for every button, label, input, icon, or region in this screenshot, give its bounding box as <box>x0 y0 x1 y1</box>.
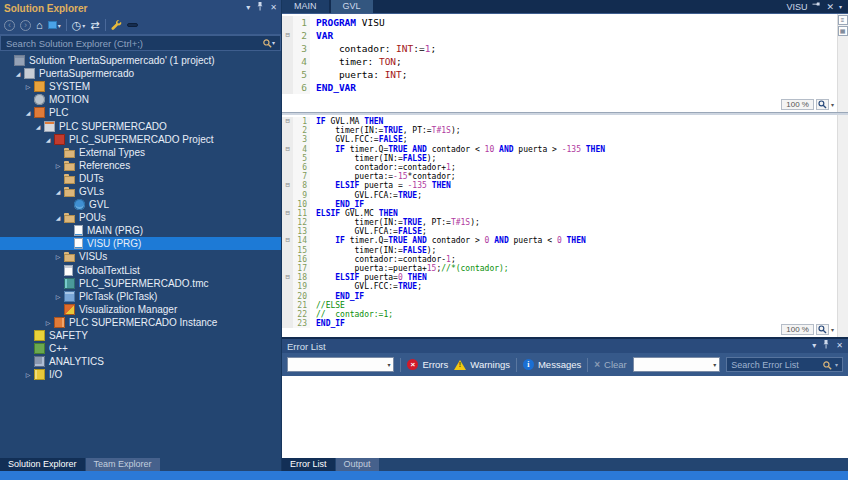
magnifier-icon[interactable] <box>816 324 829 335</box>
tree-item[interactable]: ◢PLC_SUPERMERCADO Project <box>0 133 281 146</box>
code-line[interactable]: 5 timer(IN:=FALSE); <box>282 154 848 163</box>
code-line[interactable]: 13 GVL.FCA:=FALSE; <box>282 227 848 236</box>
errors-filter-button[interactable]: × Errors <box>407 359 448 370</box>
code-line[interactable]: ⊟18 ELSIF puerta=0 THEN <box>282 273 848 282</box>
tree-item[interactable]: ▷PLC SUPERMERCADO Instance <box>0 316 281 329</box>
tree-item[interactable]: External Types <box>0 146 281 159</box>
code-line[interactable]: 3 contador: INT:=1; <box>282 42 848 55</box>
expander-collapsed-icon[interactable]: ▷ <box>23 83 33 90</box>
tree-item[interactable]: ▷I/O <box>0 368 281 381</box>
warnings-filter-button[interactable]: Warnings <box>454 359 510 370</box>
nav-back-icon[interactable]: ‹ <box>4 20 15 31</box>
expander-expanded-icon[interactable]: ◢ <box>53 214 63 221</box>
code-line[interactable]: 4 timer: TON; <box>282 55 848 68</box>
active-doc-label[interactable]: VISU <box>786 2 807 12</box>
nav-forward-icon[interactable]: › <box>20 20 31 31</box>
tree-item[interactable]: ◢GVLs <box>0 185 281 198</box>
close-icon[interactable]: ✕ <box>826 2 834 12</box>
code-line[interactable]: 9 GVL.FCA:=TRUE; <box>282 191 848 200</box>
code-line[interactable]: ⊟2VAR <box>282 29 848 42</box>
tab-solution-explorer[interactable]: Solution Explorer <box>0 458 85 471</box>
tree-item[interactable]: GVL <box>0 198 281 211</box>
code-line[interactable]: 16 contador:=contador-1; <box>282 255 848 264</box>
tree-item[interactable]: ▷PlcTask (PlcTask) <box>0 290 281 303</box>
fold-marker-icon[interactable]: ⊟ <box>282 209 293 218</box>
home-icon[interactable]: ⌂ <box>36 20 43 31</box>
solution-explorer-search[interactable]: Search Solution Explorer (Ctrl+;) ▾ <box>0 35 281 51</box>
expander-collapsed-icon[interactable]: ▷ <box>23 371 33 378</box>
search-icon[interactable] <box>263 34 272 52</box>
tree-item[interactable]: ▷SYSTEM <box>0 80 281 93</box>
tree-item[interactable]: C++ <box>0 342 281 355</box>
fold-marker-icon[interactable]: ⊟ <box>282 145 293 154</box>
search-options-caret-icon[interactable]: ▾ <box>272 38 275 48</box>
fold-marker-icon[interactable]: ⊟ <box>282 181 293 190</box>
error-list-search[interactable]: Search Error List ▾ <box>726 357 843 372</box>
tree-item[interactable]: Visualization Manager <box>0 303 281 316</box>
magnifier-icon[interactable] <box>816 99 829 110</box>
fold-marker-icon[interactable]: ⊟ <box>282 117 293 126</box>
switch-views-icon[interactable]: ▾ <box>48 21 61 29</box>
code-line[interactable]: ⊟11ELSIF GVL.MC THEN <box>282 209 848 218</box>
tree-item[interactable]: VISU (PRG) <box>0 237 281 250</box>
search-input[interactable]: Search Solution Explorer (Ctrl+;) <box>6 38 263 49</box>
expander-expanded-icon[interactable]: ◢ <box>23 109 33 116</box>
fold-marker-icon[interactable]: ⊟ <box>282 273 293 282</box>
search-icon[interactable] <box>823 356 832 374</box>
code-line[interactable]: ⊟1IF GVL.MA THEN <box>282 117 848 126</box>
zoom-level[interactable]: 100 % <box>781 99 814 110</box>
expander-collapsed-icon[interactable]: ▷ <box>53 162 63 169</box>
tab-visu-document[interactable]: VISU ✕ ▾ <box>780 0 848 13</box>
zoom-caret-icon[interactable]: ▾ <box>831 101 834 108</box>
code-line[interactable]: 2 timer(IN:=TRUE, PT:=T#1S); <box>282 126 848 135</box>
code-line[interactable]: 6 contador:=contador+1; <box>282 163 848 172</box>
code-line[interactable]: 6END_VAR <box>282 81 848 94</box>
tab-main-document[interactable]: MAIN <box>282 0 329 13</box>
code-line[interactable]: 19 GVL.FCC:=TRUE; <box>282 282 848 291</box>
code-line[interactable]: 12 timer(IN:=TRUE, PT:=T#1S); <box>282 218 848 227</box>
properties-icon[interactable] <box>111 20 122 31</box>
code-line[interactable]: ⊟8 ELSIF puerta = -135 THEN <box>282 181 848 190</box>
code-line[interactable]: 17 puerta:=puerta+15;//*(contador); <box>282 264 848 273</box>
fold-marker-icon[interactable]: ⊟ <box>282 236 293 245</box>
tree-item[interactable]: GlobalTextList <box>0 264 281 277</box>
declaration-scrollbar[interactable]: ≡ ▦ <box>837 14 848 112</box>
doc-list-caret-icon[interactable]: ▾ <box>839 2 842 12</box>
tree-item[interactable]: ANALYTICS <box>0 355 281 368</box>
tree-item[interactable]: ◢PLC <box>0 106 281 119</box>
code-line[interactable]: 5 puerta: INT; <box>282 68 848 81</box>
tree-item[interactable]: PLC_SUPERMERCADO.tmc <box>0 277 281 290</box>
code-line[interactable]: 10 END_IF <box>282 200 848 209</box>
implementation-editor[interactable]: ⊟1IF GVL.MA THEN2 timer(IN:=TRUE, PT:=T#… <box>282 115 848 337</box>
declaration-tabular-view-button[interactable]: ▦ <box>838 26 848 36</box>
fold-marker-icon[interactable]: ⊟ <box>282 29 293 42</box>
sync-active-document-icon[interactable]: ⇄ <box>90 20 99 31</box>
code-line[interactable]: 20 END_IF <box>282 292 848 301</box>
preview-icon[interactable] <box>127 23 138 27</box>
tree-item[interactable]: ◢POUs <box>0 211 281 224</box>
expander-collapsed-icon[interactable]: ▷ <box>53 293 63 300</box>
code-line[interactable]: 15 timer(IN:=FALSE); <box>282 246 848 255</box>
code-line[interactable]: 21//ELSE <box>282 301 848 310</box>
error-scope-dropdown[interactable]: ▾ <box>287 357 394 372</box>
pin-icon[interactable] <box>812 2 821 12</box>
tab-error-list[interactable]: Error List <box>282 458 335 471</box>
pin-icon[interactable] <box>822 340 830 352</box>
tree-item[interactable]: DUTs <box>0 172 281 185</box>
implementation-scrollbar[interactable] <box>837 115 848 337</box>
tree-item[interactable]: ▷References <box>0 159 281 172</box>
tab-gvl-document[interactable]: GVL <box>331 0 373 13</box>
close-icon[interactable]: ✕ <box>836 341 843 351</box>
expander-expanded-icon[interactable]: ◢ <box>13 70 23 77</box>
code-line[interactable]: ⊟4 IF timer.Q=TRUE AND contador < 10 AND… <box>282 145 848 154</box>
tree-item[interactable]: Solution 'PuertaSupermercado' (1 project… <box>0 54 281 67</box>
code-line[interactable]: ⊟14 IF timer.Q=TRUE AND contador > 0 AND… <box>282 236 848 245</box>
tree-item[interactable]: MOTION <box>0 93 281 106</box>
code-line[interactable]: 22// contador:=1; <box>282 310 848 319</box>
window-menu-caret-icon[interactable]: ▾ <box>246 3 250 13</box>
tree-item[interactable]: ▷VISUs <box>0 250 281 263</box>
tab-team-explorer[interactable]: Team Explorer <box>86 458 160 471</box>
error-filter-dropdown[interactable]: ▾ <box>633 357 721 372</box>
zoom-caret-icon[interactable]: ▾ <box>831 326 834 333</box>
code-line[interactable]: 1PROGRAM VISU <box>282 16 848 29</box>
